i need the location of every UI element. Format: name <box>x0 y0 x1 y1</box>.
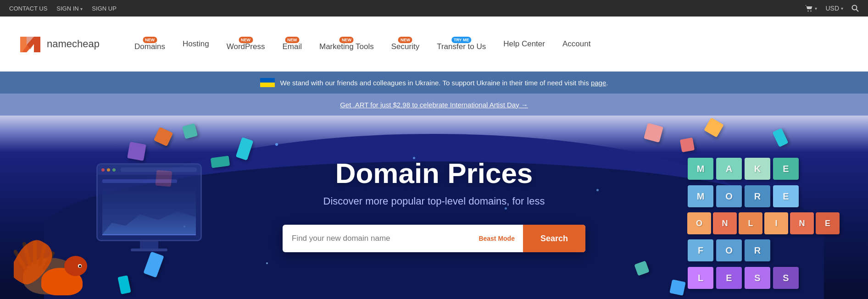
block-S1: S <box>745 267 770 289</box>
wordpress-badge: NEW <box>239 37 253 43</box>
sign-in-link[interactable]: SIGN IN ▾ <box>56 5 83 12</box>
svg-point-1 <box>811 11 812 11</box>
email-label: Email <box>282 42 302 51</box>
security-label: Security <box>391 42 419 51</box>
top-bar-left: CONTACT US SIGN IN ▾ SIGN UP <box>9 5 117 12</box>
block-A1: A <box>716 158 742 180</box>
nav-item-account[interactable]: Account <box>555 36 598 52</box>
ukraine-text: We stand with our friends and colleagues… <box>280 79 608 87</box>
search-icon-btn[interactable] <box>851 5 859 12</box>
transfer-badge: TRY ME <box>451 37 472 43</box>
domain-search-input[interactable] <box>283 226 470 251</box>
nav-item-email[interactable]: NEW Email <box>275 39 309 55</box>
block-O1: O <box>716 185 742 207</box>
star-7 <box>596 189 599 191</box>
block-N1: N <box>713 212 737 234</box>
sign-up-link[interactable]: SIGN UP <box>92 5 116 12</box>
block-R2: R <box>745 239 770 261</box>
make-more-blocks: M A K E M O R E O N L I N E F O R L <box>686 156 840 290</box>
cart-icon-btn[interactable]: ▾ <box>805 5 817 12</box>
search-icon <box>851 5 859 12</box>
svg-point-0 <box>808 11 809 11</box>
domain-search-box: Beast Mode Search <box>283 225 585 252</box>
ukraine-flag <box>260 78 275 87</box>
svg-line-3 <box>857 10 859 12</box>
block-O3: O <box>716 239 742 261</box>
nav-item-helpcenter[interactable]: Help Center <box>496 36 552 52</box>
nav-items: NEW Domains Hosting NEW WordPress NEW Em… <box>127 33 850 55</box>
currency-selector[interactable]: USD ▾ <box>825 5 843 12</box>
security-badge: NEW <box>398 37 412 43</box>
account-label: Account <box>562 39 590 49</box>
nav-bar: namecheap NEW Domains Hosting NEW WordPr… <box>0 17 868 72</box>
block-R1: R <box>745 185 770 207</box>
block-blue-2 <box>669 279 686 296</box>
block-E2: E <box>773 185 799 207</box>
block-L2: L <box>688 267 713 289</box>
nav-item-security[interactable]: NEW Security <box>384 39 427 55</box>
sign-in-chevron: ▾ <box>80 6 83 11</box>
email-badge: NEW <box>285 37 299 43</box>
nav-item-domains[interactable]: NEW Domains <box>127 39 172 55</box>
block-L1: L <box>739 212 762 234</box>
block-purple-1 <box>127 142 146 161</box>
namecheap-logo-icon <box>18 34 42 54</box>
block-F1: F <box>688 239 713 261</box>
cart-icon <box>805 5 813 12</box>
block-I1: I <box>764 212 788 234</box>
search-button[interactable]: Search <box>523 225 585 252</box>
hero-section: M A K E M O R E O N L I N E F O R L <box>0 116 868 299</box>
contact-us-link[interactable]: CONTACT US <box>9 5 47 12</box>
block-E3: E <box>816 212 840 234</box>
domains-badge: NEW <box>143 37 157 43</box>
nav-item-wordpress[interactable]: NEW WordPress <box>219 39 273 55</box>
ukraine-page-link[interactable]: page <box>591 79 606 87</box>
hero-subtitle: Discover more popular top-level domains,… <box>283 195 585 207</box>
promo-banner[interactable]: Get .ART for just $2.98 to celebrate Int… <box>0 94 868 116</box>
block-E4: E <box>716 267 742 289</box>
cart-chevron: ▾ <box>815 6 817 11</box>
promo-text[interactable]: Get .ART for just $2.98 to celebrate Int… <box>340 101 528 109</box>
logo-link[interactable]: namecheap <box>18 34 100 54</box>
star-6 <box>266 262 268 264</box>
block-E1: E <box>773 158 799 180</box>
beast-mode-button[interactable]: Beast Mode <box>470 235 523 242</box>
block-M2: M <box>688 185 713 207</box>
block-N2: N <box>790 212 814 234</box>
ukraine-banner: We stand with our friends and colleagues… <box>0 72 868 94</box>
block-M1: M <box>688 158 713 180</box>
domains-label: Domains <box>134 42 165 51</box>
creature-area <box>14 189 124 299</box>
top-bar-right: ▾ USD ▾ <box>805 5 859 12</box>
block-O2: O <box>687 212 711 234</box>
nav-item-hosting[interactable]: Hosting <box>175 36 217 52</box>
top-bar: CONTACT US SIGN IN ▾ SIGN UP ▾ USD ▾ <box>0 0 868 17</box>
hosting-label: Hosting <box>183 39 209 49</box>
marketing-badge: NEW <box>339 37 354 43</box>
wordpress-label: WordPress <box>227 42 265 51</box>
nav-item-transfer[interactable]: TRY ME Transfer to Us <box>429 39 493 55</box>
block-S2: S <box>773 267 799 289</box>
helpcenter-label: Help Center <box>503 39 545 49</box>
hero-title: Domain Prices <box>283 158 585 189</box>
transfer-label: Transfer to Us <box>437 42 486 51</box>
hero-content: Domain Prices Discover more popular top-… <box>273 139 595 275</box>
marketing-label: Marketing Tools <box>319 42 374 51</box>
svg-point-2 <box>852 6 857 10</box>
block-red-2 <box>680 138 695 152</box>
nav-item-marketing[interactable]: NEW Marketing Tools <box>312 39 381 55</box>
block-K1: K <box>745 158 770 180</box>
logo-text: namecheap <box>47 38 100 50</box>
